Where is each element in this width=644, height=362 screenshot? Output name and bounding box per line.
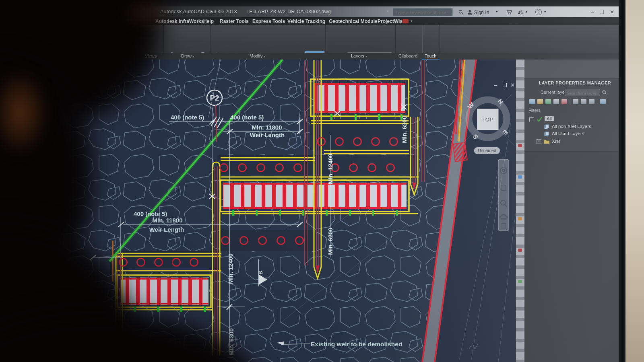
minimize-button[interactable]: –	[591, 9, 599, 15]
menu-addon-caret-icon[interactable]: ▾	[411, 19, 413, 23]
layer-properties-manager: LAYER PROPERTIES MANAGER Current layer: …	[524, 60, 625, 362]
new-group-filter-icon[interactable]	[537, 99, 543, 104]
layer-search-input[interactable]	[565, 90, 600, 97]
palette-body	[524, 152, 625, 362]
layer-search-field[interactable]	[565, 89, 600, 96]
weir-crest-middle	[221, 180, 409, 212]
help-search-input[interactable]	[393, 9, 452, 16]
search-caret-icon[interactable]: ▸	[387, 9, 389, 13]
dim-400-note-left: 400 (note 5)	[134, 210, 167, 217]
app-store-cart-icon[interactable]	[506, 9, 512, 15]
panel-label-layers[interactable]: Layers ▾	[351, 53, 367, 58]
panel-divider	[395, 25, 396, 53]
sign-in-button[interactable]: Sign In	[474, 10, 489, 15]
new-property-filter-icon[interactable]	[529, 99, 535, 104]
help-search-field[interactable]	[392, 8, 453, 16]
background-wall	[625, 0, 644, 362]
viewport-name-label: Unnamed	[478, 148, 496, 153]
sign-in-person-icon[interactable]	[467, 9, 473, 15]
drawing-close-button[interactable]: ✕	[510, 82, 515, 88]
window-controls: –❑✕	[591, 9, 620, 15]
layer-states-icon[interactable]	[545, 99, 551, 104]
menu-express-tools[interactable]: Express Tools	[252, 19, 285, 24]
side-toolbar-icon[interactable]	[518, 175, 522, 179]
tree-item-xref[interactable]: Xref	[552, 139, 560, 144]
drawing-restore-button[interactable]: ❑	[502, 82, 507, 88]
restore-button[interactable]: ❑	[599, 9, 610, 15]
photo-of-monitor: Autodesk AutoCAD Civil 3D 2018 LFD-ARP-Z…	[0, 0, 644, 362]
invert-filter-checkbox[interactable]	[529, 117, 534, 122]
help-caret-icon[interactable]: ▾	[544, 10, 546, 14]
menu-projectwise[interactable]: ProjectWise	[378, 19, 405, 24]
dim-min-11800-left: Min. 11800	[152, 217, 182, 224]
weir-length-left: Weir Length	[149, 226, 184, 233]
panel-label-clipboard[interactable]: Clipboard	[398, 53, 417, 58]
panel-divider	[422, 25, 422, 53]
viewport-name-button[interactable]: Unnamed	[474, 147, 500, 154]
panel-label-touch[interactable]: Touch	[425, 53, 436, 58]
dim-400-note-top-left: 400 (note 5)	[171, 114, 204, 121]
tree-item-used-layers[interactable]: All Used Layers	[552, 131, 584, 136]
menu-vehicle-tracking[interactable]: Vehicle Tracking	[287, 19, 325, 24]
tree-item-non-xref[interactable]: All non-Xref Layers	[552, 124, 591, 129]
weir-length-top: Weir Length	[250, 132, 285, 138]
panel-divider	[440, 25, 440, 53]
weir-crest-top	[311, 79, 409, 116]
sign-in-caret-icon[interactable]: ▾	[496, 10, 498, 14]
delete-layer-icon[interactable]	[561, 99, 567, 104]
panel-label-modify[interactable]: Modify ▾	[250, 53, 265, 58]
side-toolbar-strip[interactable]	[516, 60, 524, 362]
panel-label-draw[interactable]: Draw ▾	[181, 53, 194, 58]
menu-addon-icon[interactable]	[402, 19, 409, 23]
tree-item-all[interactable]: All	[545, 116, 554, 121]
new-layer-icon[interactable]	[553, 99, 559, 104]
search-exchange-icon[interactable]	[458, 9, 464, 15]
monitor-bezel-right	[619, 0, 625, 362]
panel-divider	[163, 25, 164, 53]
dim-min-6200-right: Min. 6200	[327, 228, 334, 255]
menu-autodesk-infraworks[interactable]: Autodesk InfraWorks	[155, 19, 204, 24]
app-title: Autodesk AutoCAD Civil 3D 2018	[160, 9, 237, 14]
panel-divider	[211, 25, 211, 53]
palette-toolbar-divider	[570, 99, 570, 104]
menu-geotechnical-module[interactable]: Geotechnical Module	[329, 19, 378, 24]
help-icon[interactable]: ?	[535, 9, 542, 15]
drawing-minimize-button[interactable]: ‒	[494, 82, 497, 88]
all-filter-check-icon	[537, 116, 543, 122]
xref-folder-icon	[544, 138, 550, 144]
palette-header-area	[524, 60, 625, 78]
settings-icon[interactable]	[589, 99, 594, 104]
weir-crest-left	[118, 275, 211, 307]
dim-min-11800-top: Min. 11800	[252, 124, 282, 131]
leader-note-text: Existing weir to be demolished	[311, 341, 402, 348]
used-layers-icon	[544, 131, 549, 137]
set-current-icon[interactable]	[573, 99, 578, 104]
road-weir-hatch-box	[453, 142, 467, 162]
navigation-bar[interactable]	[498, 159, 509, 231]
panel-divider	[325, 25, 326, 53]
isolate-filter-icon[interactable]	[600, 99, 606, 104]
dim-min-12400-left: Min. 12400	[227, 253, 234, 284]
non-xref-layers-icon	[544, 124, 549, 130]
side-toolbar-icon[interactable]	[518, 280, 522, 283]
xref-expand-box[interactable]: +	[537, 139, 541, 144]
section-marker-label: B	[258, 271, 264, 274]
palette-toolbar-divider	[597, 99, 597, 104]
refresh-icon[interactable]	[581, 99, 586, 104]
menu-help[interactable]: Help	[203, 19, 214, 24]
viewcube-top-label: TOP	[482, 117, 494, 123]
side-toolbar-icon[interactable]	[518, 217, 522, 220]
menu-raster-tools[interactable]: Raster Tools	[220, 19, 249, 24]
p2-marker-label: P2	[210, 94, 219, 102]
side-toolbar-icon[interactable]	[518, 249, 522, 252]
a360-caret-icon[interactable]: ▾	[526, 10, 528, 14]
filters-label: Filters	[528, 108, 541, 113]
layer-search-icon[interactable]	[602, 90, 607, 95]
current-layer-label: Current layer:	[541, 90, 568, 95]
palette-title: LAYER PROPERTIES MANAGER	[524, 80, 625, 85]
side-toolbar-icon[interactable]	[518, 144, 522, 147]
a360-icon[interactable]	[518, 9, 523, 15]
dim-400-note-top-right: 400 (note 5)	[230, 114, 264, 121]
dim-min-6200-top: Min. 6200	[401, 116, 408, 143]
dim-min-12400-right: Min. 12400	[327, 154, 334, 184]
